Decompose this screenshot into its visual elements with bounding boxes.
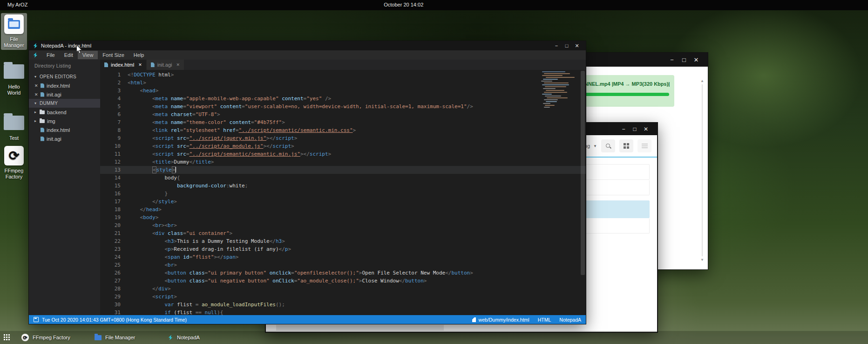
code-text: <body> (128, 213, 158, 221)
code-editor[interactable]: 1<!DOCTYPE html>2<html>3 <head>4 <meta n… (100, 70, 586, 315)
code-line: 27 <button class="ui negative button" on… (100, 277, 586, 285)
list-view-icon (642, 144, 648, 148)
line-number: 5 (100, 103, 128, 110)
notepada-titlebar[interactable]: NotepadA - index.html −□✕ (29, 41, 586, 50)
code-line: 17 </style> (100, 198, 586, 206)
app-launcher-grid-icon[interactable] (4, 334, 11, 341)
line-number: 20 (100, 221, 128, 229)
minimize-icon[interactable]: − (551, 43, 562, 48)
window-title: NotepadA - index.html (41, 43, 91, 48)
sidebar-item-label: index.html (47, 127, 70, 133)
search-button[interactable] (601, 139, 615, 152)
taskbar-item-notepada[interactable]: NotepadA (168, 332, 200, 343)
editor-scrollbar[interactable] (581, 71, 585, 275)
desktop-icon-test[interactable]: Test (1, 110, 27, 143)
maximize-icon[interactable]: □ (562, 43, 572, 48)
code-line: 4 <meta name="apple-mobile-web-app-capab… (100, 95, 586, 103)
code-lines: 1<!DOCTYPE html>2<html>3 <head>4 <meta n… (100, 70, 586, 315)
code-text: </head> (128, 206, 162, 213)
app-tile (4, 14, 24, 34)
notepada-window: NotepadA - index.html −□✕ FileEditViewFo… (29, 41, 586, 324)
maximize-icon[interactable]: □ (629, 126, 640, 132)
maximize-icon[interactable]: □ (678, 56, 690, 63)
close-file-icon[interactable]: ✕ (34, 83, 41, 88)
directory-sidebar: Directory Listing ▾OPEN EDITORS✕index.ht… (29, 60, 100, 315)
scroll-up-icon[interactable]: ▲ (699, 79, 705, 83)
notepada-logo-icon (33, 52, 38, 58)
line-number: 14 (100, 174, 128, 182)
desktop-icon-hello-world[interactable]: Hello World (1, 59, 27, 97)
notepada-logo-icon (33, 43, 38, 48)
line-number: 17 (100, 198, 128, 206)
code-text: <button class="ui primary button" onclic… (128, 269, 473, 277)
calendar-icon (34, 317, 39, 322)
notepada-logo-icon (168, 335, 173, 340)
close-icon[interactable]: ✕ (690, 56, 702, 63)
aroz-host-label[interactable]: My ArOZ (7, 2, 27, 7)
document-icon (472, 317, 476, 322)
code-line: 11 <script src="../script/semantic/seman… (100, 150, 586, 158)
close-file-icon[interactable]: ✕ (34, 92, 41, 97)
line-number: 23 (100, 245, 128, 253)
blue-folder-icon (8, 20, 20, 29)
code-line: 18 </head> (100, 206, 586, 213)
line-number: 21 (100, 229, 128, 237)
scroll-down-icon[interactable]: ▼ (699, 258, 705, 262)
tab-init-agi[interactable]: init.agi✕ (147, 60, 184, 70)
editor-minimap[interactable] (541, 71, 578, 188)
chevron-right-icon[interactable]: ▸ (34, 110, 40, 114)
menu-help[interactable]: Help (129, 51, 149, 59)
notepada-menubar: FileEditViewFont SizeHelp (29, 50, 586, 60)
desktop-icon-label: File Manager (1, 36, 27, 48)
line-number: 11 (100, 150, 128, 158)
taskbar-item-file-manager[interactable]: File Manager (95, 332, 135, 343)
chevron-right-icon[interactable]: ▸ (34, 119, 40, 123)
editor-tab-bar: index.html✕init.agi✕ (100, 60, 586, 70)
code-line: 19 <body> (100, 213, 586, 221)
menu-edit[interactable]: Edit (60, 51, 78, 59)
code-line: 7 <meta name="theme-color" content="#4b7… (100, 118, 586, 126)
list-view-button[interactable] (637, 139, 651, 152)
grid-view-button[interactable] (619, 139, 633, 152)
editor-status-bar: Tue Oct 20 2020 14:01:43 GMT+0800 (Hong … (29, 315, 586, 324)
code-line: 6 <meta charset="UTF-8"> (100, 110, 586, 118)
close-tab-icon[interactable]: ✕ (176, 62, 180, 67)
sidebar-section-open-editors[interactable]: ▾OPEN EDITORS (29, 72, 100, 81)
close-tab-icon[interactable]: ✕ (138, 62, 142, 67)
ffmpeg-window-controls: −□✕ (666, 56, 702, 63)
tab-index-html[interactable]: index.html✕ (100, 60, 146, 70)
desktop-icon-ffmpeg-factory[interactable]: ⟳FFmpeg Factory (1, 144, 27, 181)
code-line: 22 <h3>This is a Dummy Testing Module</h… (100, 237, 586, 245)
folder-icon (4, 116, 24, 130)
code-line: 9 <script src="../script/jquery.min.js">… (100, 134, 586, 142)
menu-file[interactable]: File (42, 51, 60, 59)
file-icon (41, 92, 44, 97)
minimize-icon[interactable]: − (666, 56, 678, 63)
code-line: 25 <br> (100, 261, 586, 269)
sidebar-item-init-agi[interactable]: init.agi (29, 134, 100, 143)
sidebar-item-label: index.html (47, 83, 70, 89)
minimize-icon[interactable]: − (618, 126, 629, 132)
code-text: <title>Dummy</title> (128, 158, 214, 166)
menu-font-size[interactable]: Font Size (98, 51, 129, 59)
sidebar-item-index-html[interactable]: ✕index.html (29, 81, 100, 90)
chevron-down-icon: ▾ (34, 75, 40, 79)
sidebar-item-backend[interactable]: ▸backend (29, 108, 100, 117)
taskbar-item-ffmpeg-factory[interactable]: ⟳FFmpeg Factory (21, 332, 70, 343)
text-cursor (176, 167, 176, 172)
desktop-icon-file-manager[interactable]: File Manager (1, 13, 27, 50)
ffmpeg-scrollbar[interactable]: ▲ ▼ (699, 79, 705, 262)
line-number: 25 (100, 261, 128, 269)
file-icon (104, 62, 108, 67)
close-icon[interactable]: ✕ (640, 126, 651, 132)
taskbar-item-label: File Manager (105, 335, 135, 340)
line-number: 6 (100, 110, 128, 118)
sidebar-section-dummy[interactable]: ▾DUMMY (29, 99, 100, 108)
code-line: 12 <title>Dummy</title> (100, 158, 586, 166)
close-icon[interactable]: ✕ (572, 43, 582, 49)
sidebar-item-init-agi[interactable]: ✕init.agi (29, 90, 100, 99)
sidebar-item-index-html[interactable]: index.html (29, 125, 100, 134)
line-number: 12 (100, 158, 128, 166)
sidebar-item-img[interactable]: ▸img (29, 117, 100, 125)
status-app-name: NotepadA (559, 317, 581, 323)
